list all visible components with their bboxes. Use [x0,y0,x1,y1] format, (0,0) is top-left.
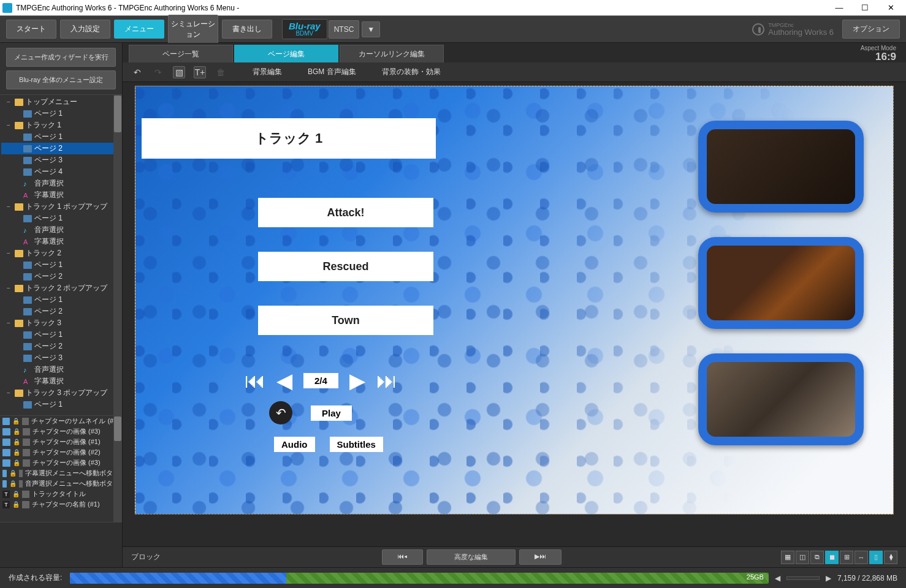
undo-icon[interactable]: ↶ [131,66,143,78]
nav-simulation[interactable]: シミュレーション [168,15,218,44]
tree-item[interactable]: ページ 1 [1,213,122,224]
bgm-edit[interactable]: BGM 音声編集 [308,67,356,77]
element-item[interactable]: 🔒チャプターの画像 (#3) [0,458,122,468]
bg-edit[interactable]: 背景編集 [253,67,282,77]
global-settings-button[interactable]: Blu-ray 全体のメニュー設定 [6,70,116,89]
grid-icon-7[interactable]: ▯ [869,551,883,564]
tree-item[interactable]: ページ 1 [1,399,122,410]
tree-item[interactable]: A字幕選択 [1,236,122,247]
option-button[interactable]: オプション [842,20,900,39]
menu-canvas[interactable]: トラック 1 Attack! Rescued Town ⏮ ◀ 2/4 ▶ ⏭ … [135,86,894,514]
first-icon[interactable]: ⏮ [245,369,265,393]
grid-icon-1[interactable]: ▦ [781,551,794,564]
capacity-left-icon[interactable]: ◀ [775,574,780,582]
next-page-button[interactable]: ▶⏭ [519,549,561,565]
tree-item[interactable]: ページ 1 [1,108,122,119]
format-badge[interactable]: Blu-ray BDMV [282,19,327,39]
add-text-icon[interactable]: T+ [194,66,206,78]
chapter-button-2[interactable]: Rescued [258,252,433,281]
advanced-edit-button[interactable]: 高度な編集 [427,549,516,565]
tree-item[interactable]: A字幕選択 [1,189,122,201]
grid-icon-5[interactable]: ⊞ [840,551,853,564]
nav-input[interactable]: 入力設定 [60,20,110,39]
capacity-right-icon[interactable]: ▶ [826,574,831,582]
element-item[interactable]: 🔒字幕選択メニューへ移動ボタン [0,468,122,478]
next-icon[interactable]: ▶ [349,368,365,393]
tree-item[interactable]: ♪音声選択 [1,364,122,375]
tree-item[interactable]: ページ 3 [1,154,122,166]
tree-item[interactable]: ページ 2 [1,143,122,154]
menu-title[interactable]: トラック 1 [142,118,436,159]
tree-item[interactable]: ページ 2 [1,341,122,352]
grid-icon-2[interactable]: ◫ [796,551,809,564]
chapter-thumbnail-1[interactable] [698,121,864,213]
tree-item[interactable]: ページ 3 [1,352,122,364]
element-item[interactable]: 🔒チャプターの画像 (#2) [0,447,122,458]
element-list[interactable]: 🔒チャプターのサムネイル (#3)🔒チャプターの画像 (#3)🔒チャプターの画像… [0,415,122,522]
lower-scrollbar[interactable] [113,416,122,522]
decor-edit[interactable]: 背景の装飾・効果 [382,67,441,77]
tree-label: 音声選択 [34,364,64,375]
close-button[interactable]: ✕ [878,1,904,15]
minimize-button[interactable]: — [826,1,852,15]
chapter-thumbnail-2[interactable] [698,237,864,329]
tree-item[interactable]: ページ 1 [1,329,122,341]
tree-item[interactable]: ページ 1 [1,131,122,143]
tree-item[interactable]: −トラック 1 ポップアップ [1,201,122,213]
tab-page-list[interactable]: ページ一覧 [129,45,233,64]
page-indicator[interactable]: 2/4 [303,373,338,388]
nav-output[interactable]: 書き出し [222,20,272,39]
tree-item[interactable]: −トラック 3 [1,317,122,329]
element-item[interactable]: T🔒トラックタイトル [0,489,122,499]
wizard-button[interactable]: メニュー作成ウィザードを実行 [6,48,116,67]
add-image-icon[interactable]: ▧ [173,66,185,78]
tree-item[interactable]: −トラック 3 ポップアップ [1,387,122,399]
folder-icon [15,320,23,327]
back-icon[interactable]: ↶ [269,401,292,424]
nav-start[interactable]: スタート [6,20,56,39]
tree-item[interactable]: −トラック 2 ポップアップ [1,282,122,294]
play-button[interactable]: Play [311,405,352,421]
format-dropdown[interactable]: ▼ [362,21,380,37]
redo-icon[interactable]: ↷ [152,66,164,78]
delete-icon[interactable]: 🗑 [215,66,227,78]
last-icon[interactable]: ⏭ [376,369,397,393]
chapter-button-1[interactable]: Attack! [258,198,433,227]
tree-scrollbar[interactable] [113,95,122,415]
tree-item[interactable]: ページ 1 [1,294,122,306]
grid-icon-6[interactable]: ↔ [855,551,868,564]
tree-item[interactable]: ページ 2 [1,306,122,317]
tree-item[interactable]: −トラック 1 [1,119,122,131]
tree-item[interactable]: ♪音声選択 [1,224,122,236]
menu-tree[interactable]: −トップメニューページ 1−トラック 1ページ 1ページ 2ページ 3ページ 4… [0,94,122,415]
tree-item[interactable]: A字幕選択 [1,375,122,387]
tab-page-edit[interactable]: ページ編集 [234,45,338,64]
subtitles-button[interactable]: Subtitles [330,437,383,452]
chapter-button-3[interactable]: Town [258,306,433,335]
grid-icon-4[interactable]: ◼ [825,551,839,564]
tree-label: ページ 2 [34,306,63,317]
tab-cursor-link[interactable]: カーソルリンク編集 [340,45,444,64]
tree-item[interactable]: ♪音声選択 [1,178,122,189]
prev-icon[interactable]: ◀ [276,368,292,393]
page-icon [23,355,32,362]
maximize-button[interactable]: ☐ [852,1,878,15]
element-item[interactable]: 🔒チャプターの画像 (#1) [0,437,122,447]
grid-icon-3[interactable]: ⧉ [810,551,824,564]
audio-button[interactable]: Audio [274,437,315,452]
tree-item[interactable]: −トラック 2 [1,247,122,259]
element-item[interactable]: 🔒チャプターのサムネイル (#3) [0,416,122,426]
element-item[interactable]: 🔒音声選択メニューへ移動ボタン [0,478,122,489]
grid-icon-8[interactable]: ⧫ [884,551,897,564]
edit-mode-label[interactable]: ブロック [131,552,272,562]
element-label: 音声選択メニューへ移動ボタン [25,479,120,488]
prev-page-button[interactable]: ⏮◀ [382,549,423,565]
element-item[interactable]: T🔒チャプターの名前 (#1) [0,499,122,510]
tree-item[interactable]: −トップメニュー [1,96,122,108]
tree-item[interactable]: ページ 1 [1,259,122,271]
tree-item[interactable]: ページ 4 [1,166,122,178]
element-item[interactable]: 🔒チャプターの画像 (#3) [0,426,122,437]
nav-menu[interactable]: メニュー [114,20,164,39]
chapter-thumbnail-3[interactable] [698,353,864,445]
tree-item[interactable]: ページ 2 [1,271,122,282]
